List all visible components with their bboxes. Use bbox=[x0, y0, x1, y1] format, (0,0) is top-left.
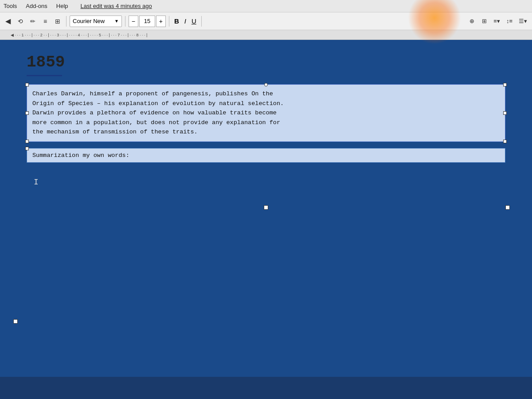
font-size-decrease-button[interactable]: − bbox=[129, 16, 138, 27]
separator-1 bbox=[66, 16, 66, 27]
handle-middle-right[interactable] bbox=[503, 111, 507, 115]
image-button[interactable]: ⊞ bbox=[479, 15, 489, 27]
editor-area[interactable]: 1859 Charles Darwin, himself a proponent… bbox=[0, 40, 532, 377]
last-edit-text: Last edit was 4 minutes ago bbox=[81, 3, 152, 9]
handle-bottom-left[interactable] bbox=[25, 140, 29, 143]
handle-top-center[interactable] bbox=[264, 83, 268, 86]
font-size-display[interactable]: 15 bbox=[139, 16, 155, 27]
bottom-center-handle[interactable] bbox=[264, 205, 268, 210]
font-dropdown-icon: ▼ bbox=[114, 19, 119, 23]
left-side-handle[interactable] bbox=[13, 319, 18, 324]
link-button[interactable]: ⊕ bbox=[466, 15, 477, 27]
align-button[interactable]: ≡▾ bbox=[491, 15, 502, 27]
cursor-area[interactable]: I bbox=[27, 172, 505, 198]
undo-icon[interactable]: ⟲ bbox=[15, 15, 26, 27]
menu-tools[interactable]: Tools bbox=[4, 3, 17, 9]
list-icon[interactable]: ≡ bbox=[40, 15, 51, 27]
toolbar-right: ⊕ ⊞ ≡▾ ↕≡ ☰▾ bbox=[466, 15, 529, 27]
linespacing-button[interactable]: ↕≡ bbox=[504, 15, 515, 27]
font-size-increase-button[interactable]: + bbox=[156, 16, 166, 27]
summ-handle-top-left[interactable] bbox=[25, 147, 29, 150]
font-name-label: Courier New bbox=[73, 18, 113, 24]
separator-4 bbox=[201, 16, 202, 27]
table-icon[interactable]: ⊞ bbox=[52, 15, 63, 27]
ruler-content: ◀ · · · 1 · · · | · · · 2 · · | · · · 3 … bbox=[2, 33, 530, 37]
main-text-block[interactable]: Charles Darwin, himself a proponent of p… bbox=[27, 84, 505, 142]
bold-button[interactable]: B bbox=[172, 16, 181, 27]
menu-addons[interactable]: Add-ons bbox=[26, 3, 47, 9]
ruler: ◀ · · · 1 · · · | · · · 2 · · | · · · 3 … bbox=[0, 30, 532, 40]
main-paragraph-text: Charles Darwin, himself a proponent of p… bbox=[32, 90, 284, 135]
list-format-button[interactable]: ☰▾ bbox=[516, 15, 529, 27]
year-heading: 1859 bbox=[27, 53, 65, 71]
cursor-indicator: I bbox=[34, 178, 502, 187]
heading-underline bbox=[27, 75, 62, 76]
summarization-block[interactable]: Summarization my own words: bbox=[27, 148, 505, 163]
left-handle-area bbox=[13, 319, 18, 324]
toolbar: ◀ ⟲ ✏ ≡ ⊞ Courier New ▼ − 15 + B I U ⊕ ⊞… bbox=[0, 12, 532, 30]
font-selector[interactable]: Courier New ▼ bbox=[70, 16, 122, 27]
bottom-right-handle[interactable] bbox=[505, 205, 510, 210]
menu-bar: Tools Add-ons Help Last edit was 4 minut… bbox=[0, 0, 532, 12]
separator-3 bbox=[169, 16, 169, 27]
summarization-label: Summarization my own words: bbox=[32, 152, 129, 159]
pencil-icon[interactable]: ✏ bbox=[27, 15, 38, 27]
font-size-area: − 15 + bbox=[129, 16, 166, 27]
handle-bottom-right[interactable] bbox=[503, 140, 507, 143]
menu-help[interactable]: Help bbox=[56, 3, 68, 9]
back-button[interactable]: ◀ bbox=[3, 15, 13, 27]
separator-2 bbox=[125, 16, 125, 27]
handle-top-left[interactable] bbox=[25, 83, 29, 86]
handle-top-right[interactable] bbox=[503, 83, 507, 86]
handle-middle-left[interactable] bbox=[25, 111, 29, 115]
underline-button[interactable]: U bbox=[190, 16, 198, 27]
italic-button[interactable]: I bbox=[183, 16, 188, 27]
